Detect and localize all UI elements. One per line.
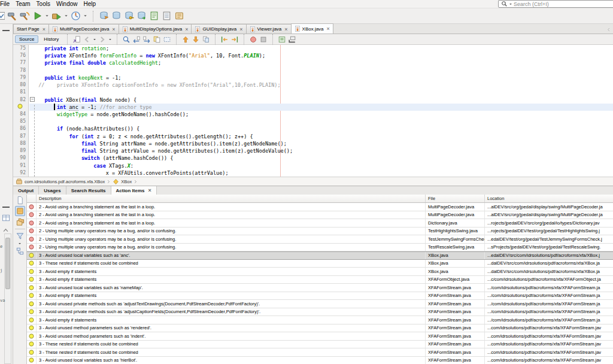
code-fold-collapse-icon[interactable]: − bbox=[30, 97, 35, 102]
breadcrumb-chevron-icon[interactable] bbox=[107, 179, 111, 184]
action-item-row[interactable]: 3 - Avoid empty if statementsXFAFormObje… bbox=[27, 276, 613, 284]
find-next-icon[interactable] bbox=[142, 35, 151, 44]
partial-widget-icon[interactable] bbox=[0, 11, 5, 21]
run-project-icon[interactable] bbox=[32, 11, 43, 21]
action-item-row[interactable]: 2 - Avoid using a branching statement as… bbox=[27, 211, 613, 220]
file-column-header[interactable]: File bbox=[426, 195, 485, 202]
database-icon[interactable] bbox=[111, 11, 122, 21]
find-selection-icon[interactable] bbox=[122, 35, 131, 44]
current-file-scope-icon[interactable] bbox=[15, 206, 25, 216]
action-item-row[interactable]: 3 - Avoid empty if statementsXFAFormStre… bbox=[27, 292, 613, 301]
action-item-row[interactable]: 2 - Using multiple unary operators may b… bbox=[27, 228, 613, 236]
comment-icon[interactable] bbox=[278, 35, 286, 44]
file-scope-icon[interactable] bbox=[16, 196, 25, 205]
dropdown-caret-icon[interactable] bbox=[45, 14, 49, 18]
report-icon[interactable] bbox=[149, 11, 159, 21]
grid-view-icon[interactable] bbox=[2, 214, 10, 222]
stop-macro-recording-icon[interactable] bbox=[259, 35, 268, 44]
action-item-row[interactable]: 2 - Avoid using a branching statement as… bbox=[27, 219, 613, 228]
action-item-row[interactable]: 3 - Avoid unused method parameters such … bbox=[27, 324, 613, 333]
action-item-row[interactable]: 3 - Avoid unused private methods such as… bbox=[27, 300, 613, 308]
action-item-row[interactable]: 2 - Using multiple unary operators may b… bbox=[27, 244, 613, 252]
close-tab-icon[interactable]: × bbox=[327, 26, 330, 31]
close-tab-icon[interactable]: × bbox=[112, 27, 115, 32]
breadcrumb-chevron-icon[interactable] bbox=[133, 179, 138, 184]
line-number-gutter[interactable]: 7576777879808182848586878889909192 bbox=[13, 45, 29, 177]
start-macro-recording-icon[interactable] bbox=[249, 35, 257, 44]
dock-scrollbar[interactable] bbox=[4, 233, 11, 364]
action-item-row[interactable]: 3 - Avoid empty if statementsXFAFormStre… bbox=[27, 316, 613, 324]
close-tab-icon[interactable]: × bbox=[284, 27, 287, 32]
source-view-button[interactable]: Source bbox=[15, 35, 38, 43]
close-tab-icon[interactable]: × bbox=[185, 27, 188, 32]
action-item-row[interactable]: 2 - Using multiple unary operators may b… bbox=[27, 235, 613, 244]
action-item-row[interactable]: 3 - Avoid unused local variables such as… bbox=[27, 357, 613, 364]
chevron-up-icon[interactable] bbox=[2, 228, 9, 233]
db-admin-icon[interactable] bbox=[124, 11, 134, 21]
menu-item-file[interactable]: File bbox=[0, 1, 13, 7]
action-item-row[interactable]: 2 - Avoid using a branching statement as… bbox=[27, 203, 613, 211]
editor-tab-multipagedecoder-java[interactable]: MultiPageDecoder.java× bbox=[48, 24, 119, 34]
action-item-row[interactable]: 3 - Avoid unused local variables such as… bbox=[27, 251, 613, 260]
notebook-icon[interactable] bbox=[174, 11, 184, 21]
shift-line-right-icon[interactable] bbox=[230, 35, 239, 44]
menu-item-window[interactable]: Window bbox=[53, 1, 81, 7]
editor-tab-xbox-java[interactable]: XBox.java× bbox=[291, 23, 333, 34]
find-previous-icon[interactable] bbox=[132, 35, 141, 44]
last-edit-icon[interactable] bbox=[72, 35, 81, 44]
location-column-header[interactable]: Location bbox=[485, 195, 613, 202]
action-item-row[interactable]: 3 - Avoid empty if statementsXBox.java..… bbox=[27, 268, 613, 276]
description-column-header[interactable]: Description bbox=[37, 195, 426, 202]
folder-scope-icon[interactable] bbox=[16, 217, 25, 226]
quick-search-box[interactable]: Search (Ctrl+I) bbox=[498, 0, 613, 8]
editor-tab-viewer-java[interactable]: Viewer.java× bbox=[246, 24, 291, 34]
editor-tab-start-page[interactable]: Start Page× bbox=[13, 24, 48, 34]
dropdown-caret-icon[interactable] bbox=[18, 242, 22, 245]
dropdown-caret-icon[interactable] bbox=[509, 2, 512, 6]
forward-icon[interactable] bbox=[98, 35, 107, 44]
action-item-row[interactable]: 3 - Avoid unused private methods such as… bbox=[27, 308, 613, 317]
close-tab-icon[interactable]: × bbox=[239, 27, 242, 32]
minimize-icon[interactable] bbox=[2, 207, 10, 208]
code-area[interactable]: − private int rotation; private XFontInf… bbox=[29, 45, 613, 177]
bottom-tab-usages[interactable]: Usages bbox=[39, 186, 66, 195]
back-icon[interactable] bbox=[83, 35, 91, 44]
close-tab-icon[interactable]: × bbox=[148, 188, 151, 193]
breadcrumb-item-member[interactable]: XBox bbox=[121, 179, 132, 184]
db-rollback-icon[interactable] bbox=[99, 11, 109, 21]
clean-build-project-icon[interactable] bbox=[20, 11, 30, 21]
previous-bookmark-icon[interactable] bbox=[181, 35, 190, 44]
toggle-highlight-icon[interactable] bbox=[153, 35, 161, 44]
bottom-tab-output[interactable]: Output bbox=[13, 186, 39, 195]
dropdown-caret-icon[interactable] bbox=[108, 38, 112, 41]
breadcrumb-item-class[interactable]: com.idrsolutions.pdf.acroforms.xfa.XBox bbox=[25, 179, 105, 184]
debug-project-icon[interactable] bbox=[51, 11, 62, 21]
build-project-icon[interactable] bbox=[7, 11, 17, 21]
menu-item-help[interactable]: Help bbox=[81, 1, 99, 7]
tasklist-icon[interactable] bbox=[162, 11, 172, 21]
action-item-row[interactable]: 3 - These nested if statements could be … bbox=[27, 348, 613, 357]
action-item-row[interactable]: 3 - Avoid unused local variables such as… bbox=[27, 284, 613, 292]
profile-project-icon[interactable] bbox=[71, 11, 81, 21]
editor-tab-multidisplayoptions-java[interactable]: MultiDisplayOptions.java× bbox=[119, 24, 192, 34]
db-deploy-icon[interactable] bbox=[136, 11, 147, 21]
rectangular-selection-icon[interactable] bbox=[163, 35, 171, 44]
menu-item-tools[interactable]: Tools bbox=[34, 1, 53, 7]
minimize-icon[interactable] bbox=[2, 30, 10, 31]
history-view-button[interactable]: History bbox=[40, 36, 62, 43]
gutter-warning-icon[interactable] bbox=[13, 104, 28, 111]
bottom-tab-action-items[interactable]: Action Items× bbox=[111, 186, 157, 195]
next-bookmark-icon[interactable] bbox=[192, 35, 200, 44]
hierarchy-view-icon[interactable] bbox=[16, 247, 25, 256]
dropdown-caret-icon[interactable] bbox=[93, 38, 96, 41]
close-tab-icon[interactable]: × bbox=[43, 27, 45, 32]
filter-icon[interactable] bbox=[16, 232, 25, 241]
action-item-row[interactable]: 3 - These nested if statements could be … bbox=[27, 260, 613, 268]
menu-item-team[interactable]: Team bbox=[13, 1, 33, 7]
dropdown-caret-icon[interactable] bbox=[64, 14, 68, 18]
dropdown-caret-icon[interactable] bbox=[83, 14, 87, 18]
code-editor[interactable]: 7576777879808182848586878889909192 − pri… bbox=[13, 45, 613, 177]
bottom-tab-search-results[interactable]: Search Results bbox=[66, 186, 111, 195]
severity-column-header[interactable] bbox=[27, 195, 37, 202]
toggle-bookmark-icon[interactable] bbox=[202, 35, 210, 44]
